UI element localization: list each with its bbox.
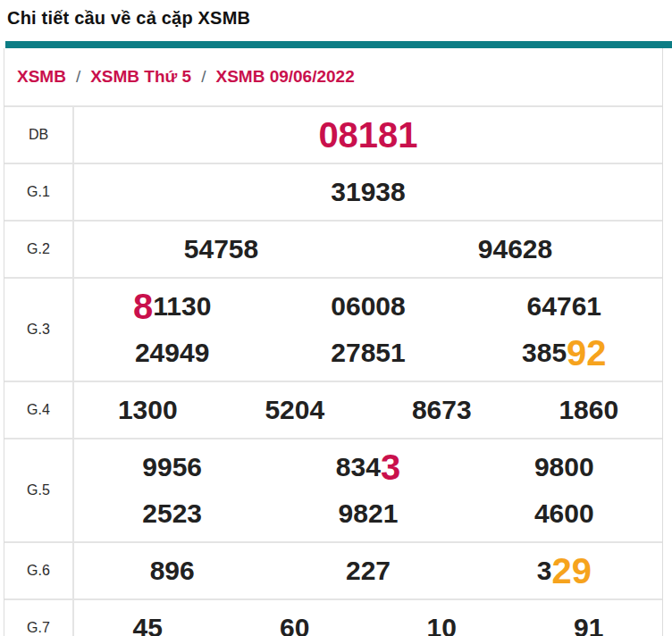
number-segment: 60	[280, 615, 309, 636]
number-cell: 9800	[466, 444, 662, 490]
number-cell: 54758	[74, 226, 368, 272]
number-cell: 227	[270, 548, 466, 594]
row-label: G.4	[4, 382, 74, 438]
value-line: 252398214600	[74, 490, 662, 537]
row-values: 08181	[74, 107, 662, 163]
number-cell: 1860	[516, 387, 663, 433]
breadcrumb: XSMB/XSMB Thứ 5/XSMB 09/06/2022	[4, 48, 662, 105]
value-line: 1300520486731860	[74, 387, 662, 433]
number-cell: 38592	[466, 330, 662, 376]
table-row: G.131938	[4, 163, 662, 220]
row-label: G.5	[4, 439, 74, 541]
number-segment: 385	[522, 339, 567, 366]
value-line: 995683439800	[74, 444, 662, 490]
number-cell: 4600	[466, 490, 662, 537]
number-segment: 29	[551, 553, 592, 589]
row-label: G.2	[4, 222, 74, 277]
row-label: G.6	[4, 543, 74, 598]
number-segment: 3	[381, 449, 400, 485]
number-segment: 834	[336, 454, 381, 481]
value-line: 249492785138592	[74, 330, 662, 376]
number-segment: 9956	[142, 454, 202, 481]
number-cell: 9821	[270, 490, 466, 537]
value-line: 45601091	[74, 605, 662, 636]
breadcrumb-separator: /	[76, 67, 80, 87]
value-line: 896227329	[74, 548, 662, 594]
number-cell: 8673	[368, 387, 516, 433]
number-segment: 1300	[118, 397, 178, 423]
accent-bar	[5, 41, 672, 48]
row-label: G.1	[4, 164, 74, 220]
number-cell: 27851	[270, 330, 466, 376]
number-cell: 896	[74, 548, 270, 594]
table-row: G.3811300600864761249492785138592	[4, 277, 662, 381]
results-table: DB08181G.131938G.25475894628G.3811300600…	[4, 105, 662, 636]
table-row: G.745601091	[4, 598, 662, 636]
page-header: Chi tiết cầu về cả cặp XSMB	[0, 0, 672, 41]
number-cell: 8343	[270, 444, 466, 490]
number-segment: 5204	[265, 397, 324, 423]
row-label: G.3	[4, 279, 74, 381]
row-values: 45601091	[74, 600, 662, 636]
row-values: 1300520486731860	[74, 382, 662, 438]
row-values: 896227329	[74, 543, 662, 598]
table-row: DB08181	[4, 105, 662, 163]
number-cell: 9956	[74, 444, 270, 490]
number-cell: 91	[516, 605, 663, 636]
number-segment: 9800	[534, 454, 594, 481]
breadcrumb-item[interactable]: XSMB	[17, 67, 66, 87]
value-line: 5475894628	[74, 226, 662, 272]
number-cell: 2523	[74, 490, 270, 537]
table-row: G.6896227329	[4, 541, 662, 598]
number-segment: 1130	[153, 293, 211, 320]
number-cell: 24949	[74, 330, 270, 376]
breadcrumb-item[interactable]: XSMB Thứ 5	[90, 67, 191, 87]
number-segment: 08181	[318, 117, 417, 153]
number-cell: 31938	[74, 169, 662, 215]
number-segment: 94628	[478, 236, 552, 263]
number-segment: 91	[574, 615, 603, 636]
number-segment: 54758	[184, 236, 258, 263]
number-cell: 60	[222, 605, 369, 636]
table-row: G.25475894628	[4, 220, 662, 277]
number-segment: 10	[427, 615, 457, 636]
number-cell: 94628	[368, 226, 662, 272]
number-segment: 4600	[534, 500, 594, 527]
number-segment: 9821	[339, 500, 399, 527]
value-line: 31938	[74, 169, 662, 215]
row-label: DB	[4, 107, 74, 163]
number-segment: 31938	[331, 179, 405, 205]
number-cell: 64761	[466, 283, 662, 330]
number-segment: 06008	[331, 293, 405, 320]
breadcrumb-item[interactable]: XSMB 09/06/2022	[215, 67, 354, 87]
row-label: G.7	[4, 600, 74, 636]
number-segment: 92	[567, 335, 607, 371]
row-values: 5475894628	[74, 222, 662, 277]
number-segment: 8	[133, 289, 153, 324]
breadcrumb-separator: /	[201, 67, 206, 87]
number-cell: 329	[466, 548, 662, 594]
number-segment: 45	[133, 615, 163, 636]
number-segment: 64761	[527, 293, 601, 320]
number-cell: 5204	[222, 387, 369, 433]
number-segment: 227	[346, 557, 391, 584]
number-cell: 1300	[74, 387, 222, 433]
number-segment: 8673	[412, 397, 472, 423]
number-segment: 896	[150, 557, 195, 584]
number-segment: 24949	[135, 339, 209, 366]
table-row: G.41300520486731860	[4, 381, 662, 438]
number-cell: 10	[368, 605, 516, 636]
number-segment: 2523	[142, 500, 202, 527]
value-line: 08181	[74, 112, 662, 158]
number-segment: 27851	[331, 339, 405, 366]
row-values: 995683439800252398214600	[74, 439, 662, 541]
number-cell: 08181	[74, 112, 662, 158]
number-cell: 45	[74, 605, 222, 636]
number-cell: 06008	[270, 283, 466, 330]
row-values: 811300600864761249492785138592	[74, 279, 662, 381]
value-line: 811300600864761	[74, 283, 662, 330]
row-values: 31938	[74, 164, 662, 220]
number-segment: 1860	[559, 397, 618, 423]
number-cell: 81130	[74, 283, 270, 330]
table-row: G.5995683439800252398214600	[4, 438, 662, 541]
